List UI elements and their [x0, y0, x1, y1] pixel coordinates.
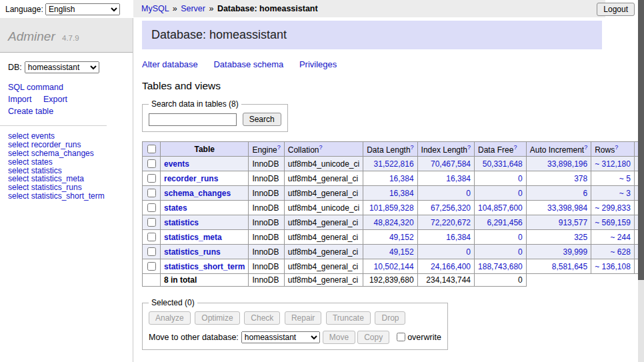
total-data-free: 0 [475, 274, 527, 287]
check-button[interactable]: Check [244, 311, 280, 325]
data-length-link[interactable]: 10,502,144 [374, 262, 414, 271]
engine-cell: InnoDB [249, 245, 284, 259]
auto-increment-link[interactable]: 33,398,984 [547, 203, 587, 213]
table-link-statistics-runs[interactable]: statistics_runs [164, 247, 221, 257]
rows-count-link[interactable]: ~ 569,159 [595, 218, 631, 227]
index-length-link[interactable]: 0 [466, 247, 471, 257]
table-row: events InnoDB utf8mb4_unicode_ci 31,522,… [143, 157, 644, 171]
help-icon[interactable]: ? [319, 144, 322, 151]
privileges-link[interactable]: Privileges [299, 59, 337, 69]
help-icon[interactable]: ? [467, 144, 471, 151]
rows-count-link[interactable]: ~ 299,833 [595, 203, 631, 213]
sidebar-create-table-link[interactable]: Create table [8, 107, 53, 116]
data-free-link[interactable]: 50,331,648 [483, 159, 523, 169]
help-icon[interactable]: ? [584, 144, 587, 151]
table-link-schema-changes[interactable]: schema_changes [164, 189, 231, 198]
sidebar-export-link[interactable]: Export [43, 95, 67, 104]
db-select[interactable]: homeassistant [25, 61, 99, 73]
alter-database-link[interactable]: Alter database [142, 59, 198, 69]
rows-count-link[interactable]: ~ 312,180 [595, 159, 631, 169]
data-free-link[interactable]: 104,857,600 [478, 203, 523, 213]
row-checkbox[interactable] [147, 218, 156, 227]
rows-count-link[interactable]: ~ 628 [611, 247, 631, 257]
rows-count-link[interactable]: ~ 5 [619, 174, 631, 183]
table-link-recorder-runs[interactable]: recorder_runs [164, 174, 218, 183]
sidebar-sql-command-link[interactable]: SQL command [8, 83, 63, 92]
auto-increment-link[interactable]: 8,581,645 [552, 262, 587, 271]
help-icon[interactable]: ? [411, 144, 414, 151]
analyze-button[interactable]: Analyze [149, 311, 191, 325]
sidebar-import-link[interactable]: Import [8, 95, 31, 104]
language-select[interactable]: English [45, 3, 120, 15]
auto-increment-link[interactable]: 33,898,196 [547, 159, 587, 169]
breadcrumb-server-link[interactable]: Server [181, 4, 205, 13]
breadcrumb-mysql-link[interactable]: MySQL [141, 4, 169, 13]
sidebar-item-select-statistics-short-term[interactable]: select statistics_short_term [8, 192, 125, 201]
auto-increment-link[interactable]: 6 [583, 189, 587, 198]
index-length-link[interactable]: 24,166,400 [431, 262, 471, 271]
auto-increment-link[interactable]: 913,577 [559, 218, 587, 227]
table-link-statistics[interactable]: statistics [164, 218, 199, 227]
auto-increment-link[interactable]: 39,999 [563, 247, 587, 257]
row-checkbox[interactable] [147, 247, 156, 256]
data-length-link[interactable]: 49,152 [389, 247, 414, 257]
rows-count-link[interactable]: ~ 244 [611, 233, 631, 242]
search-legend: Search data in tables (8) [149, 99, 241, 109]
row-checkbox[interactable] [147, 159, 156, 168]
table-link-events[interactable]: events [164, 159, 189, 169]
data-free-link[interactable]: 0 [518, 247, 523, 257]
vertical-scrollbar[interactable] [638, 0, 644, 362]
row-checkbox[interactable] [147, 203, 156, 212]
data-length-link[interactable]: 49,152 [389, 233, 414, 242]
data-free-link[interactable]: 6,291,456 [487, 218, 522, 227]
logout-button[interactable]: Logout [597, 3, 635, 16]
rows-count-link[interactable]: ~ 136,108 [595, 262, 631, 271]
move-button[interactable]: Move [323, 331, 355, 344]
data-length-link[interactable]: 16,384 [389, 174, 414, 183]
optimize-button[interactable]: Optimize [195, 311, 239, 325]
help-icon[interactable]: ? [615, 144, 618, 151]
index-length-link[interactable]: 72,220,672 [431, 218, 471, 227]
row-checkbox[interactable] [147, 233, 156, 241]
rows-count-link[interactable]: ~ 3 [619, 189, 631, 198]
index-length-link[interactable]: 16,384 [446, 174, 471, 183]
data-free-link[interactable]: 0 [518, 174, 523, 183]
select-all-checkbox[interactable] [147, 145, 156, 153]
data-length-link[interactable]: 101,859,328 [369, 203, 414, 213]
data-length-link[interactable]: 31,522,816 [374, 159, 414, 169]
help-icon[interactable]: ? [277, 144, 281, 151]
data-free-link[interactable]: 188,743,680 [478, 262, 523, 271]
scrollbar-thumb[interactable] [638, 0, 644, 280]
data-length-link[interactable]: 16,384 [389, 189, 414, 198]
row-checkbox[interactable] [147, 262, 156, 271]
row-checkbox[interactable] [147, 174, 156, 183]
repair-button[interactable]: Repair [285, 311, 321, 325]
auto-increment-link[interactable]: 378 [574, 174, 587, 183]
help-icon[interactable]: ? [513, 144, 517, 151]
copy-button[interactable]: Copy [357, 331, 389, 344]
table-link-states[interactable]: states [164, 203, 187, 213]
table-link-statistics-meta[interactable]: statistics_meta [164, 233, 222, 242]
search-button[interactable]: Search [243, 113, 281, 126]
overwrite-checkbox[interactable] [397, 333, 405, 341]
sidebar-item-select-states[interactable]: select states [8, 158, 125, 167]
index-length-link[interactable]: 0 [466, 189, 471, 198]
move-db-select[interactable]: homeassistant [241, 331, 320, 343]
selected-actions: Analyze Optimize Check Repair Truncate D… [149, 311, 441, 325]
table-link-statistics-short-term[interactable]: statistics_short_term [164, 262, 245, 271]
data-free-link[interactable]: 0 [518, 189, 523, 198]
drop-button[interactable]: Drop [375, 311, 405, 325]
database-schema-link[interactable]: Database schema [213, 59, 283, 69]
row-checkbox[interactable] [147, 189, 156, 197]
truncate-button[interactable]: Truncate [326, 311, 371, 325]
search-input[interactable] [149, 113, 237, 126]
sidebar-item-select-schema-changes[interactable]: select schema_changes [8, 149, 125, 158]
data-length-link[interactable]: 48,824,320 [374, 218, 414, 227]
index-length-link[interactable]: 70,467,584 [431, 159, 471, 169]
breadcrumb-current: Database: homeassistant [217, 4, 318, 13]
overwrite-option[interactable]: overwrite [394, 333, 441, 342]
index-length-link[interactable]: 67,256,320 [431, 203, 471, 213]
data-free-link[interactable]: 0 [518, 233, 523, 242]
auto-increment-link[interactable]: 325 [574, 233, 587, 242]
index-length-link[interactable]: 16,384 [446, 233, 471, 242]
